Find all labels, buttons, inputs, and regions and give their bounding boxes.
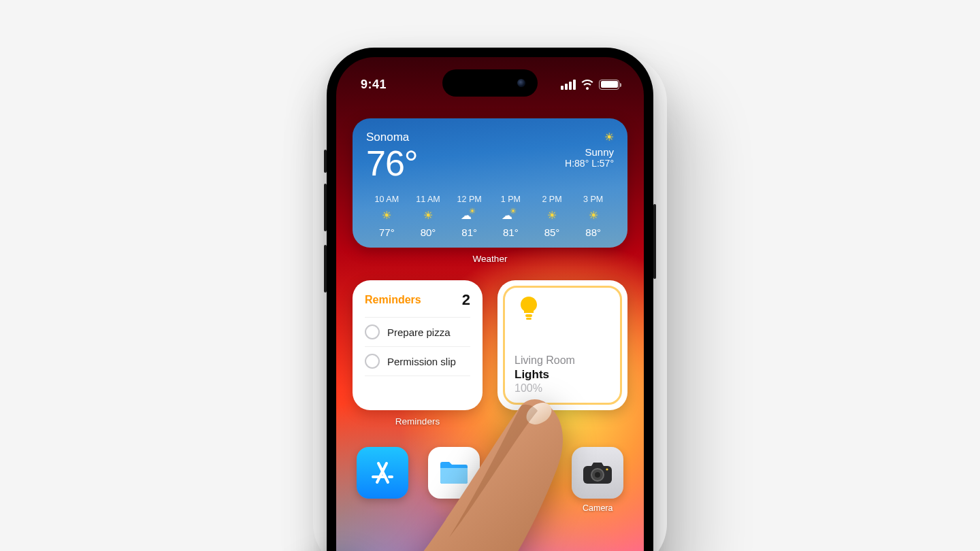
reminder-item[interactable]: Prepare pizza <box>365 317 470 346</box>
forecast-hour: 3 PM☀︎88° <box>572 195 614 238</box>
app-appstore[interactable] <box>354 447 411 513</box>
app-files[interactable] <box>426 447 483 513</box>
status-time: 9:41 <box>361 78 387 92</box>
sun-icon: ☀︎ <box>565 131 614 144</box>
phone-screen: 9:41 Sonoma 76° ☀︎ Sunny H:88° L <box>336 57 644 551</box>
forecast-hour: 2 PM☀︎85° <box>532 195 573 238</box>
reminders-widget[interactable]: Reminders 2 Prepare pizza Permission sli… <box>353 280 483 410</box>
wifi-icon <box>581 80 594 90</box>
home-accessory-name: Lights <box>514 368 610 382</box>
app-label-camera: Camera <box>583 503 612 513</box>
weather-condition: Sunny <box>565 146 614 158</box>
svg-point-9 <box>606 468 608 470</box>
sun-icon: ☀︎ <box>366 209 408 222</box>
appstore-icon <box>357 447 408 499</box>
files-icon <box>428 447 480 499</box>
app-camera[interactable]: Camera <box>570 447 627 513</box>
cloud-sun-icon: ☁︎☀︎ <box>448 209 490 222</box>
home-room: Living Room <box>514 354 610 367</box>
checkbox-circle-icon[interactable] <box>365 354 380 369</box>
sun-icon: ☀︎ <box>408 209 449 222</box>
sun-icon: ☀︎ <box>532 209 573 222</box>
forecast-hour: 11 AM☀︎80° <box>408 195 449 238</box>
checkbox-circle-icon[interactable] <box>365 324 380 339</box>
home-screen-apps-row: Camera <box>353 447 627 513</box>
forecast-hour: 10 AM☀︎77° <box>366 195 408 238</box>
lightbulb-icon <box>519 297 539 324</box>
dynamic-island <box>442 69 538 97</box>
weather-widget-label: Weather <box>353 254 627 264</box>
weather-high-low: H:88° L:57° <box>565 158 614 169</box>
home-brightness: 100% <box>514 382 610 395</box>
reminder-item[interactable]: Permission slip <box>365 346 470 376</box>
reminders-count: 2 <box>462 291 470 309</box>
reminder-text: Prepare pizza <box>387 327 451 338</box>
weather-widget[interactable]: Sonoma 76° ☀︎ Sunny H:88° L:57° 10 AM☀︎7… <box>353 118 627 248</box>
cloud-sun-icon: ☁︎☀︎ <box>490 209 532 222</box>
sun-icon: ☀︎ <box>572 209 614 222</box>
weather-location: Sonoma <box>366 131 418 144</box>
svg-rect-0 <box>525 314 532 317</box>
camera-icon <box>572 447 623 499</box>
reminder-text: Permission slip <box>387 356 456 367</box>
phone-frame: 9:41 Sonoma 76° ☀︎ Sunny H:88° L <box>327 48 653 551</box>
home-lights-widget[interactable]: Living Room Lights 100% <box>497 280 627 410</box>
reminders-title: Reminders <box>365 294 421 306</box>
svg-point-8 <box>595 472 600 478</box>
weather-hourly-forecast: 10 AM☀︎77° 11 AM☀︎80° 12 PM☁︎☀︎81° 1 PM☁… <box>366 195 614 238</box>
reminders-widget-label: Reminders <box>353 416 483 427</box>
cellular-signal-icon <box>561 80 576 90</box>
battery-icon <box>599 80 619 90</box>
home-widget-label <box>497 416 627 427</box>
weather-temperature: 76° <box>366 146 418 181</box>
forecast-hour: 12 PM☁︎☀︎81° <box>448 195 490 238</box>
svg-rect-1 <box>526 318 532 320</box>
forecast-hour: 1 PM☁︎☀︎81° <box>490 195 532 238</box>
